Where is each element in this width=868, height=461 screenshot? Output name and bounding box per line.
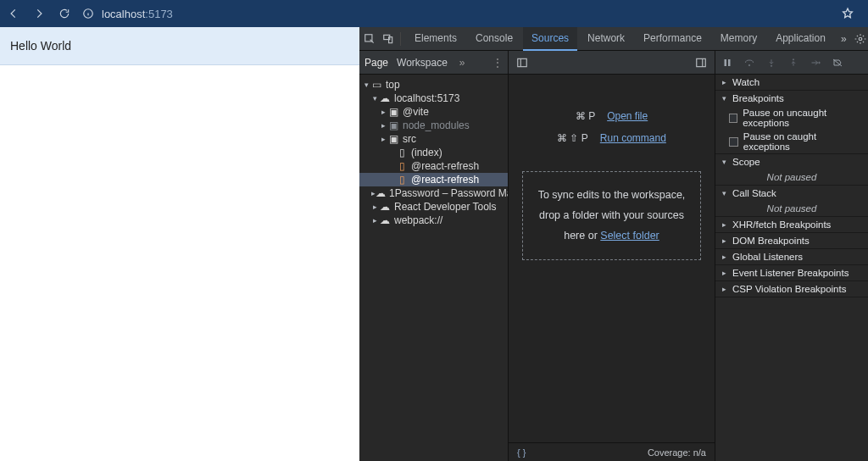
tab-elements[interactable]: Elements	[406, 27, 465, 51]
tab-console[interactable]: Console	[467, 27, 521, 51]
pretty-print-icon[interactable]: { }	[517, 447, 526, 458]
deactivate-breakpoints-icon[interactable]	[831, 56, 844, 69]
more-tabs-icon[interactable]: »	[836, 33, 852, 45]
inspect-icon[interactable]	[363, 32, 376, 46]
open-file-link[interactable]: Open file	[607, 110, 648, 122]
pause-caught-checkbox[interactable]: Pause on caught exceptions	[715, 130, 868, 153]
tab-performance[interactable]: Performance	[635, 27, 710, 51]
select-folder-link[interactable]: Select folder	[600, 230, 659, 242]
cloud-icon: ☁	[379, 92, 391, 104]
file-icon: ▯	[396, 147, 408, 158]
toggle-debugger-icon[interactable]	[694, 56, 708, 69]
run-command-link[interactable]: Run command	[600, 132, 666, 144]
pause-uncaught-checkbox[interactable]: Pause on uncaught exceptions	[715, 106, 868, 130]
subtab-page[interactable]: Page	[364, 57, 388, 69]
subtabs-kebab-icon[interactable]: ⋮	[492, 57, 503, 69]
tree-row[interactable]: ▸▣src	[359, 132, 508, 146]
file-icon: ▯	[396, 160, 408, 172]
run-command-hint: ⌘ ⇧ P Run command	[557, 132, 666, 144]
cloud-icon: ☁	[376, 187, 386, 199]
subtab-workspace[interactable]: Workspace	[397, 57, 448, 69]
tree-row[interactable]: ▸☁1Password – Password Manager	[359, 186, 508, 200]
folder-icon: ▣	[387, 106, 399, 118]
debugger-sidebar: ▸Watch ▾Breakpoints Pause on uncaught ex…	[715, 51, 868, 461]
watch-section[interactable]: ▸Watch	[715, 75, 868, 90]
coverage-label: Coverage: n/a	[648, 447, 706, 458]
tree-row[interactable]: ▸▣@vite	[359, 105, 508, 119]
tree-row[interactable]: ▯@react-refresh	[359, 173, 508, 186]
browser-toolbar: localhost:5173	[0, 0, 868, 27]
tree-row[interactable]: ▸▣node_modules	[359, 119, 508, 132]
tree-row[interactable]: ▸☁React Developer Tools	[359, 200, 508, 214]
tab-sources[interactable]: Sources	[523, 27, 577, 51]
more-subtabs-icon[interactable]: »	[459, 57, 465, 69]
svg-point-6	[859, 37, 862, 41]
address-bar[interactable]: localhost:5173	[102, 8, 173, 20]
tab-memory[interactable]: Memory	[712, 27, 765, 51]
page-content: Hello World	[0, 27, 359, 65]
settings-gear-icon[interactable]	[854, 32, 867, 46]
step-over-icon[interactable]	[743, 56, 756, 69]
svg-point-13	[748, 64, 750, 66]
tab-network[interactable]: Network	[579, 27, 633, 51]
file-icon: ▯	[396, 174, 408, 186]
devtools: Elements Console Sources Network Perform…	[359, 27, 868, 461]
xhr-breakpoints-section[interactable]: ▸XHR/fetch Breakpoints	[715, 217, 868, 232]
step-out-icon[interactable]	[787, 56, 800, 69]
callstack-section[interactable]: ▾Call Stack	[715, 186, 868, 201]
svg-point-14	[771, 65, 771, 66]
csp-violation-breakpoints-section[interactable]: ▸CSP Violation Breakpoints	[715, 281, 868, 297]
event-listener-breakpoints-section[interactable]: ▸Event Listener Breakpoints	[715, 265, 868, 280]
toggle-navigator-icon[interactable]	[515, 56, 529, 69]
page-viewport: Hello World	[0, 27, 359, 461]
global-listeners-section[interactable]: ▸Global Listeners	[715, 249, 868, 264]
site-info-icon[interactable]	[81, 7, 95, 20]
workspace-dropzone[interactable]: To sync edits to the workspace, drop a f…	[522, 171, 702, 260]
step-icon[interactable]	[809, 56, 822, 69]
folder-icon: ▣	[387, 119, 399, 131]
window-icon: ▭	[370, 79, 382, 91]
scope-section[interactable]: ▾Scope	[715, 154, 868, 169]
tree-row[interactable]: ▾☁localhost:5173	[359, 92, 508, 105]
tree-row[interactable]: ▾▭top	[359, 78, 508, 92]
back-icon[interactable]	[7, 7, 20, 20]
bookmark-star-icon[interactable]	[841, 7, 854, 20]
scope-not-paused: Not paused	[715, 169, 868, 185]
tree-row[interactable]: ▸☁webpack://	[359, 214, 508, 227]
svg-rect-12	[728, 59, 731, 66]
svg-point-15	[793, 58, 793, 59]
open-file-hint: ⌘ P Open file	[576, 110, 648, 122]
svg-rect-11	[725, 59, 727, 66]
svg-point-16	[819, 62, 821, 64]
cloud-icon: ☁	[379, 201, 391, 213]
reload-icon[interactable]	[58, 7, 71, 20]
sources-editor: ⌘ P Open file ⌘ ⇧ P Run command To sync …	[509, 51, 715, 461]
step-into-icon[interactable]	[765, 56, 778, 69]
tree-row[interactable]: ▯@react-refresh	[359, 159, 508, 173]
devtools-tabbar: Elements Console Sources Network Perform…	[359, 27, 868, 51]
forward-icon[interactable]	[32, 7, 46, 20]
device-toggle-icon[interactable]	[381, 32, 395, 46]
tab-application[interactable]: Application	[767, 27, 834, 51]
folder-icon: ▣	[387, 133, 399, 145]
callstack-not-paused: Not paused	[715, 201, 868, 216]
tree-row[interactable]: ▯(index)	[359, 146, 508, 159]
breakpoints-section[interactable]: ▾Breakpoints	[715, 91, 868, 106]
dom-breakpoints-section[interactable]: ▸DOM Breakpoints	[715, 233, 868, 248]
sources-navigator: Page Workspace » ⋮ ▾▭top ▾☁localhost:517…	[359, 51, 509, 461]
pause-icon[interactable]	[721, 56, 734, 69]
svg-rect-7	[518, 58, 527, 66]
cloud-icon: ☁	[379, 214, 391, 226]
svg-rect-9	[697, 58, 706, 66]
file-tree: ▾▭top ▾☁localhost:5173 ▸▣@vite ▸▣node_mo…	[359, 75, 508, 461]
